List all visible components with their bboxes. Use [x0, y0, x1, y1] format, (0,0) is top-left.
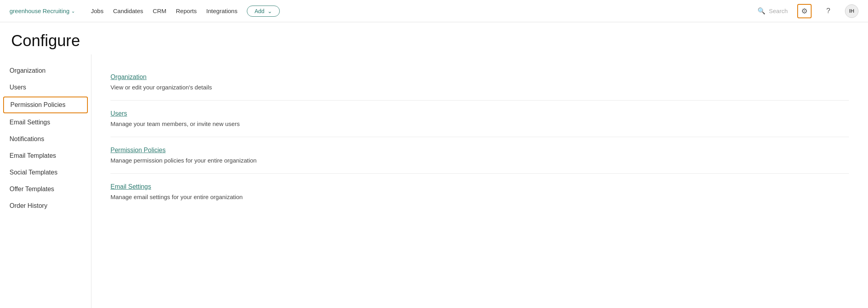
section-desc-1: Manage your team members, or invite new …: [110, 120, 849, 127]
help-icon: ?: [826, 7, 830, 15]
sidebar-item-email-templates[interactable]: Email Templates: [0, 147, 91, 164]
page-header: Configure: [0, 22, 868, 54]
logo-chevron-icon[interactable]: ⌄: [71, 8, 75, 14]
section-link-organization[interactable]: Organization: [110, 74, 147, 81]
section-item-1: UsersManage your team members, or invite…: [110, 101, 849, 137]
gear-icon: ⚙: [801, 7, 808, 15]
add-button[interactable]: Add ⌄: [247, 6, 280, 17]
content-area: OrganizationUsersPermission PoliciesEmai…: [0, 54, 868, 308]
section-link-users[interactable]: Users: [110, 110, 127, 117]
section-item-2: Permission PoliciesManage permission pol…: [110, 137, 849, 174]
main-nav: JobsCandidatesCRMReportsIntegrations: [91, 8, 238, 14]
logo-greenhouse: greenhouse: [10, 8, 41, 14]
nav-item-integrations[interactable]: Integrations: [206, 8, 237, 14]
add-button-label: Add: [254, 8, 264, 14]
sidebar-item-order-history[interactable]: Order History: [0, 198, 91, 214]
page-title: Configure: [11, 32, 857, 50]
sidebar-item-social-templates[interactable]: Social Templates: [0, 164, 91, 181]
section-link-permission-policies[interactable]: Permission Policies: [110, 147, 166, 154]
nav-item-jobs[interactable]: Jobs: [91, 8, 104, 14]
sidebar-item-users[interactable]: Users: [0, 79, 91, 96]
section-desc-0: View or edit your organization's details: [110, 84, 849, 91]
nav-item-reports[interactable]: Reports: [176, 8, 197, 14]
search-icon: 🔍: [758, 7, 765, 15]
search-area[interactable]: 🔍 Search: [758, 7, 788, 15]
nav-item-candidates[interactable]: Candidates: [113, 8, 143, 14]
sidebar-item-email-settings[interactable]: Email Settings: [0, 114, 91, 131]
add-chevron-icon: ⌄: [267, 8, 272, 14]
nav-item-crm[interactable]: CRM: [153, 8, 166, 14]
section-desc-3: Manage email settings for your entire or…: [110, 194, 849, 200]
user-avatar[interactable]: IH: [845, 4, 858, 18]
section-desc-2: Manage permission policies for your enti…: [110, 157, 849, 164]
avatar-initials: IH: [849, 8, 854, 14]
help-button[interactable]: ?: [821, 4, 835, 18]
sidebar: OrganizationUsersPermission PoliciesEmai…: [0, 54, 91, 308]
logo-area[interactable]: greenhouse Recruiting ⌄: [10, 8, 75, 14]
sidebar-item-permission-policies[interactable]: Permission Policies: [3, 97, 88, 113]
section-link-email-settings[interactable]: Email Settings: [110, 183, 151, 190]
search-placeholder-text: Search: [769, 8, 788, 14]
sidebar-item-organization[interactable]: Organization: [0, 62, 91, 79]
main-content: OrganizationView or edit your organizati…: [91, 54, 868, 308]
logo-recruiting: Recruiting: [43, 8, 70, 14]
section-item-0: OrganizationView or edit your organizati…: [110, 64, 849, 101]
top-nav: greenhouse Recruiting ⌄ JobsCandidatesCR…: [0, 0, 868, 22]
sidebar-item-offer-templates[interactable]: Offer Templates: [0, 181, 91, 198]
sidebar-item-notifications[interactable]: Notifications: [0, 131, 91, 147]
section-item-3: Email SettingsManage email settings for …: [110, 174, 849, 210]
settings-button[interactable]: ⚙: [797, 4, 812, 18]
